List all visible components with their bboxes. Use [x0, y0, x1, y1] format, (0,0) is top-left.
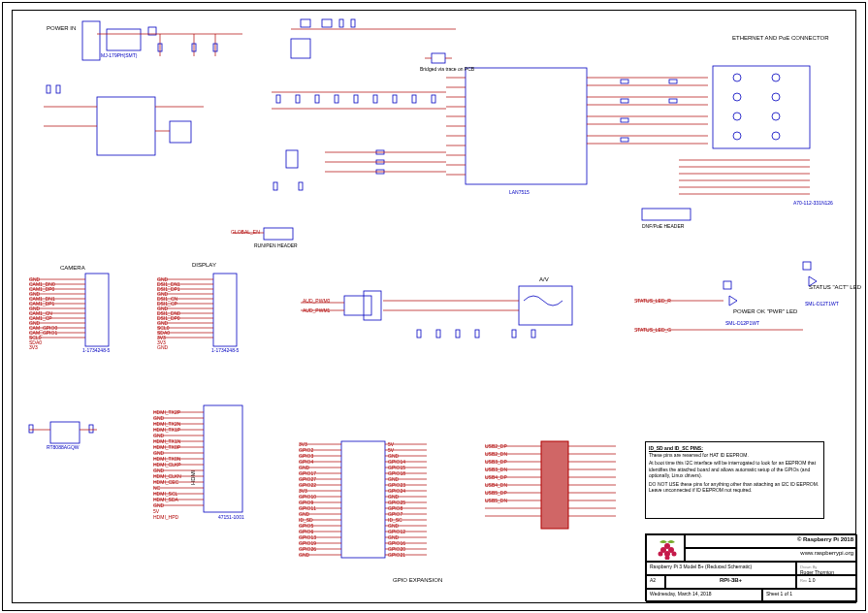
- power-conn-part: MJ-179PH(SMT): [101, 52, 138, 58]
- svg-point-226: [659, 552, 663, 557]
- svg-rect-118: [475, 330, 479, 338]
- svg-rect-36: [466, 68, 587, 184]
- hdmi-conn-part: 47151-1001: [218, 514, 244, 520]
- svg-rect-10: [97, 97, 155, 155]
- svg-rect-125: [50, 422, 80, 443]
- svg-rect-57: [621, 99, 628, 103]
- svg-point-67: [772, 74, 780, 81]
- svg-rect-59: [621, 138, 628, 142]
- svg-rect-11: [170, 121, 191, 143]
- pin-label: GPIO21: [388, 552, 405, 558]
- sheet-label: Sheet: [766, 591, 779, 597]
- svg-point-227: [672, 552, 677, 557]
- svg-rect-61: [669, 99, 677, 103]
- sheet-value: 1 of 1: [780, 591, 792, 597]
- status-led-r-net: STATUS_LED_R: [634, 298, 671, 304]
- id-pins-note: ID_SD and ID_SC PINS: These pins are res…: [645, 441, 824, 519]
- svg-rect-210: [432, 53, 445, 63]
- audio-r-net: AUD_PWM1: [303, 307, 330, 313]
- global-en-net: GLOBAL_EN: [231, 229, 260, 235]
- rev-value: 1.0: [809, 577, 816, 583]
- rev-cell: Rev 1.0: [796, 575, 857, 589]
- pin-label: USB2_DN: [485, 451, 507, 457]
- svg-point-224: [664, 543, 670, 549]
- schematic-canvas: [0, 0, 868, 613]
- svg-rect-189: [541, 441, 568, 529]
- svg-rect-121: [723, 281, 731, 289]
- svg-rect-32: [412, 95, 416, 103]
- svg-rect-214: [273, 182, 277, 190]
- svg-rect-80: [85, 274, 109, 346]
- pin-label: USB2_DP: [485, 443, 507, 449]
- svg-point-63: [733, 74, 741, 81]
- svg-rect-130: [204, 405, 242, 512]
- pin-label: USB3_DN: [485, 467, 507, 472]
- size-cell: A2: [646, 575, 665, 589]
- led1-part: SML-D12P1WT: [725, 320, 759, 326]
- svg-rect-33: [432, 95, 435, 103]
- svg-rect-23: [291, 39, 310, 58]
- svg-rect-25: [276, 95, 280, 103]
- pin-label: USB4_DN: [485, 482, 507, 488]
- svg-rect-122: [803, 262, 811, 270]
- svg-rect-58: [621, 118, 628, 122]
- url-cell: www.raspberrypi.org: [685, 548, 857, 562]
- audio-l-net: AUD_PWM0: [303, 298, 330, 304]
- note-line3: DO NOT USE these pins for anything other…: [649, 481, 820, 494]
- run-header-label: RUN/PEN HEADER: [254, 242, 298, 248]
- svg-rect-0: [82, 21, 100, 60]
- svg-rect-17: [56, 85, 60, 93]
- svg-rect-115: [417, 330, 421, 338]
- svg-point-65: [733, 113, 741, 120]
- svg-rect-31: [393, 95, 397, 103]
- pin-label: USB5_DP: [485, 490, 507, 496]
- pin-label: USB5_DN: [485, 498, 507, 503]
- rev-label: Rev: [800, 578, 807, 583]
- reg-part: RT8088AGQW: [47, 444, 80, 450]
- svg-rect-60: [669, 80, 677, 83]
- svg-rect-28: [335, 95, 338, 103]
- svg-rect-117: [456, 330, 460, 338]
- svg-rect-62: [713, 66, 810, 148]
- svg-rect-77: [642, 209, 691, 220]
- date-cell: Wednesday, March 14, 2018: [646, 589, 762, 602]
- svg-rect-148: [341, 441, 385, 558]
- svg-rect-78: [264, 228, 293, 240]
- raspberry-logo-icon: [650, 536, 685, 560]
- svg-rect-213: [286, 150, 298, 168]
- svg-rect-19: [322, 19, 332, 27]
- svg-rect-18: [301, 19, 310, 27]
- copyright-cell: © Raspberry Pi 2018: [685, 534, 857, 548]
- doc-cell: RPI-3B+: [665, 575, 796, 589]
- svg-rect-21: [351, 19, 355, 27]
- camera-conn-part: 1-1734248-5: [82, 347, 110, 353]
- rj45-part: A70-112-331N126: [793, 200, 833, 206]
- project-cell: Raspberry Pi 3 Model B+ (Reduced Schemat…: [646, 562, 796, 575]
- note-line2: At boot time this I2C interface will be …: [649, 460, 820, 479]
- svg-rect-119: [512, 330, 516, 338]
- bridge-note: Bridged via trace on PCB: [420, 66, 474, 72]
- pin-label: 3V3: [29, 344, 38, 350]
- svg-point-64: [733, 93, 741, 101]
- svg-point-68: [772, 93, 780, 101]
- svg-rect-109: [364, 291, 381, 320]
- svg-rect-27: [315, 95, 319, 103]
- logo-cell: [646, 534, 685, 562]
- note-line1: These pins are reserved for HAT ID EEPRO…: [649, 452, 820, 459]
- svg-rect-116: [436, 330, 440, 338]
- svg-rect-29: [354, 95, 358, 103]
- status-led-g-net: STATUS_LED_G: [634, 327, 671, 333]
- svg-rect-120: [531, 330, 535, 338]
- pin-label: HDMI_HPD: [153, 514, 178, 520]
- svg-rect-108: [344, 296, 371, 315]
- svg-rect-215: [299, 182, 303, 190]
- svg-rect-24: [272, 92, 446, 102]
- pin-label: USB4_DP: [485, 474, 507, 480]
- led2-part: SML-D12T1WT: [805, 301, 839, 306]
- svg-rect-127: [89, 425, 93, 433]
- svg-rect-112: [519, 286, 572, 325]
- pin-label: USB3_DP: [485, 459, 507, 465]
- svg-rect-94: [213, 274, 237, 346]
- drawn-cell: Drawn By Roger Thornton: [796, 562, 857, 575]
- svg-point-66: [733, 132, 741, 140]
